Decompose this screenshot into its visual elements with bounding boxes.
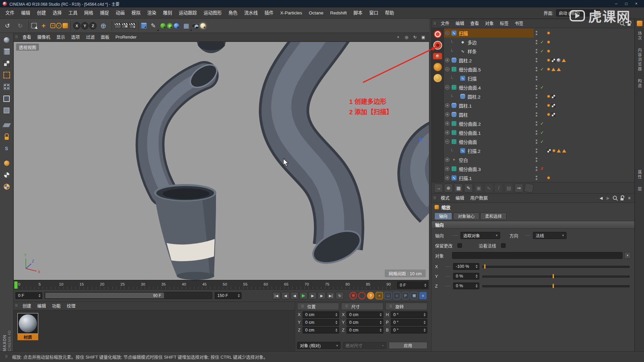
object-name[interactable]: 细分曲面	[459, 138, 477, 145]
camera-icon[interactable]	[193, 23, 200, 28]
object-name[interactable]: 细分曲面.5	[459, 66, 481, 73]
menu-item[interactable]: 雕刻	[160, 7, 175, 19]
expand-toggle-icon[interactable]: −	[445, 139, 449, 144]
next-frame-button[interactable]: ▶	[309, 292, 317, 299]
expand-toggle-icon[interactable]: −	[445, 31, 449, 35]
slider-value-input[interactable]: 0 %	[453, 283, 479, 289]
deformer-icon[interactable]	[167, 23, 173, 29]
record-target-icon[interactable]	[433, 41, 442, 50]
spline-pen-icon[interactable]: ✎	[147, 20, 159, 32]
visibility-dots-icon[interactable]	[534, 31, 539, 35]
tree-row[interactable]: +圆柱.2	[444, 56, 634, 65]
expand-toggle-icon[interactable]: +	[445, 158, 449, 162]
slider-value-input[interactable]: -100 %	[453, 263, 479, 270]
goto-start-button[interactable]: |◀	[272, 292, 280, 299]
object-name[interactable]: 圆柱.2	[468, 93, 480, 100]
dock-tab[interactable]: 层	[637, 185, 642, 193]
visibility-dots-icon[interactable]	[534, 158, 539, 162]
menu-item[interactable]: 编辑	[34, 302, 49, 310]
sphere-amber-icon[interactable]	[433, 74, 442, 82]
texture-tag-icon[interactable]	[551, 104, 555, 108]
record-pla-icon[interactable]: ▦	[411, 292, 418, 299]
object-name[interactable]: 细分曲面.1	[459, 129, 481, 136]
globe-icon[interactable]: ⊕	[444, 184, 453, 192]
enabled-toggle-icon[interactable]: ✓	[539, 67, 545, 72]
workplane-icon[interactable]	[1, 120, 12, 130]
menu-item[interactable]: 网格	[81, 7, 97, 19]
slider-track[interactable]	[482, 283, 630, 289]
menu-item[interactable]: 编辑	[452, 194, 467, 202]
edges-mode-icon[interactable]	[1, 94, 12, 104]
om-search-icon[interactable]	[619, 20, 625, 26]
zoom-view-icon[interactable]: ◎	[403, 34, 410, 40]
coordinate-system-icon[interactable]: ⊕	[97, 20, 109, 32]
slider-track[interactable]	[482, 274, 630, 279]
last-tool-icon[interactable]	[62, 23, 68, 28]
attribute-tab[interactable]: 柔和选择	[480, 213, 506, 220]
render-menu-icon[interactable]	[129, 23, 136, 28]
layer-tag-icon[interactable]	[547, 95, 550, 98]
enabled-toggle-icon[interactable]: ✓	[539, 139, 545, 144]
tree-row[interactable]: +细分曲面.3✗	[444, 164, 634, 173]
autokey-icon[interactable]	[358, 292, 366, 299]
visibility-dots-icon[interactable]	[534, 130, 539, 135]
menu-item[interactable]: 文件	[438, 19, 452, 28]
menu-item[interactable]: 运动跟踪	[175, 7, 200, 19]
enabled-toggle-icon[interactable]: ✓	[539, 40, 545, 45]
menu-item[interactable]: 标签	[497, 19, 512, 28]
expand-toggle-icon[interactable]: +	[445, 121, 449, 126]
visibility-dots-icon[interactable]	[534, 76, 539, 80]
tree-row[interactable]: └圆柱.2	[444, 92, 634, 101]
layer-tag-icon[interactable]	[547, 68, 550, 71]
visibility-dots-icon[interactable]	[534, 49, 539, 53]
texture-tag-icon[interactable]	[551, 113, 555, 117]
viewport-canvas[interactable]: 透视视图 网格间距 : 10 cm 1 创建多边形 2 添加【扫描】 Y X Z	[13, 42, 429, 280]
enabled-toggle-icon[interactable]: ✓	[539, 130, 545, 135]
enabled-toggle-icon[interactable]: ✓	[539, 121, 545, 126]
pan-view-icon[interactable]: +	[395, 34, 401, 40]
tree-row[interactable]: └∿样条✓	[444, 47, 634, 56]
points-mode-icon[interactable]	[1, 82, 12, 92]
menu-item[interactable]: 过滤	[83, 33, 98, 42]
menu-item[interactable]: ProRender	[112, 33, 140, 42]
object-name[interactable]: 多边	[468, 39, 477, 46]
menu-item[interactable]: 动画	[112, 7, 128, 19]
object-name[interactable]: 细分曲面.4	[459, 84, 481, 91]
visibility-dots-icon[interactable]	[534, 121, 539, 126]
record-position-icon[interactable]: +	[376, 292, 383, 299]
move-tool-icon[interactable]: +	[38, 20, 50, 32]
maximize-button[interactable]: □	[621, 1, 631, 6]
spinner-arrows-icon[interactable]	[236, 294, 240, 297]
menu-item[interactable]: 查看	[19, 33, 34, 42]
render-view-icon[interactable]	[114, 23, 121, 28]
coordinate-input[interactable]: 0 °	[391, 327, 427, 334]
phong-tag-icon[interactable]	[557, 68, 561, 71]
slider-track[interactable]	[482, 264, 630, 269]
node-editor-icon[interactable]: →	[434, 184, 443, 192]
subdivision-surface-icon[interactable]	[160, 23, 166, 29]
visibility-dots-icon[interactable]	[534, 103, 539, 108]
view-label[interactable]: 透视视图	[16, 44, 39, 51]
menu-item[interactable]: 模拟	[128, 7, 144, 19]
visibility-dots-icon[interactable]	[534, 112, 539, 117]
panel-menu-icon[interactable]: ≡	[626, 195, 632, 201]
attribute-section-header[interactable]: 轴向	[432, 221, 634, 229]
menu-item[interactable]: 角色	[225, 7, 241, 19]
object-name[interactable]: 扫描.1	[459, 175, 472, 181]
tree-row[interactable]: └∿扫描	[444, 74, 634, 83]
along-normals-checkbox[interactable]	[501, 243, 505, 248]
history-back-icon[interactable]: ◀	[598, 195, 604, 201]
knife-icon[interactable]: /	[494, 184, 503, 192]
layer-tag-icon[interactable]	[552, 149, 555, 152]
preview-range-bar[interactable]: 90 F	[45, 292, 212, 299]
object-name[interactable]: 圆柱.1	[459, 102, 472, 109]
record-parameter-icon[interactable]: P	[402, 292, 409, 299]
expand-toggle-icon[interactable]: −	[445, 67, 449, 71]
visibility-dots-icon[interactable]	[534, 94, 539, 99]
axis-lock-icon[interactable]	[1, 132, 12, 142]
expand-toggle-icon[interactable]: +	[445, 58, 449, 62]
menu-item[interactable]: 工具	[65, 7, 81, 19]
object-name[interactable]: 圆柱.2	[459, 57, 472, 64]
preview-range-active[interactable]: 90 F	[45, 293, 164, 298]
layer-tag-icon[interactable]	[547, 32, 550, 35]
